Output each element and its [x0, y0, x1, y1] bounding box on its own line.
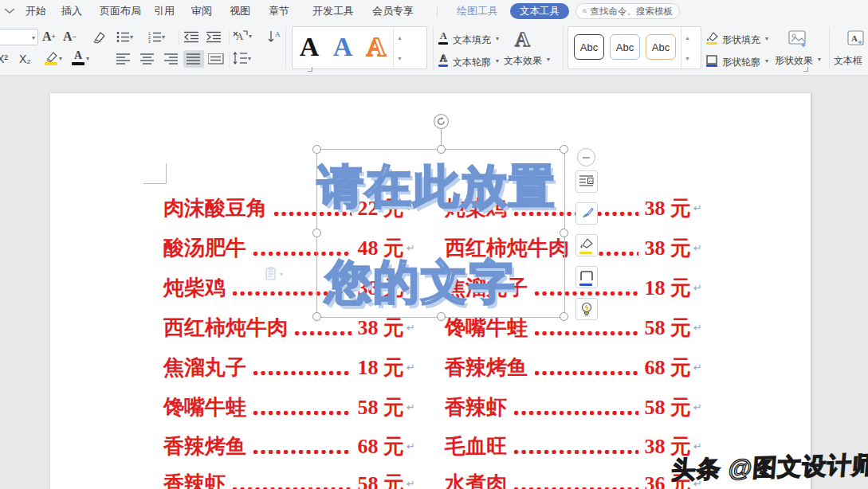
- resize-handle-ne[interactable]: [560, 145, 568, 154]
- paragraph-mark: ↵: [693, 242, 702, 254]
- paste-options-button[interactable]: ▾: [265, 266, 292, 282]
- tab-text-tools[interactable]: 文本工具: [510, 3, 569, 19]
- minus-icon: [583, 157, 590, 158]
- align-right-icon[interactable]: [164, 53, 179, 65]
- dotted-leader: [513, 449, 638, 455]
- shape-fill-quick-button[interactable]: [575, 234, 598, 256]
- chevron-down-icon[interactable]: ▾: [818, 56, 821, 63]
- menu-row: 水煮肉36 元↵: [445, 470, 702, 489]
- bullet-list-icon[interactable]: ▾: [116, 31, 133, 43]
- text-fill-label[interactable]: 文本填充: [453, 33, 491, 47]
- abc-style-blue[interactable]: Abc: [610, 34, 640, 60]
- chevron-down-icon[interactable]: ▾: [765, 57, 768, 65]
- paragraph-mark: ↵: [407, 440, 415, 452]
- collapse-float-toolbar-button[interactable]: [577, 148, 595, 166]
- resize-handle-s[interactable]: [437, 312, 446, 321]
- insert-textbox-label[interactable]: 文本框: [834, 54, 862, 68]
- layout-options-button[interactable]: [575, 170, 598, 193]
- justify-icon[interactable]: [183, 50, 204, 68]
- tab-drawing-tools[interactable]: 绘图工具: [457, 0, 498, 22]
- decrease-indent-icon[interactable]: [184, 31, 199, 43]
- chevron-down-icon[interactable]: ▾: [765, 35, 768, 42]
- svg-text:3: 3: [148, 39, 151, 43]
- resize-handle-nw[interactable]: [312, 145, 321, 154]
- distribute-icon[interactable]: [208, 53, 224, 65]
- font-color-icon[interactable]: A ▾: [72, 51, 89, 65]
- dialog-launcher-icon[interactable]: [803, 67, 808, 72]
- recommend-ideas-button[interactable]: [575, 298, 598, 320]
- selected-textbox[interactable]: 请在此放置 您的文字: [316, 149, 565, 318]
- gallery-scroll[interactable]: ▲▼: [393, 27, 406, 68]
- shape-style-gallery[interactable]: Abc Abc Abc ▲▼: [568, 26, 701, 69]
- sort-icon[interactable]: A: [268, 29, 281, 44]
- align-center-icon[interactable]: [140, 53, 155, 65]
- divider: [179, 30, 179, 45]
- tab-developer[interactable]: 开发工具: [312, 0, 354, 22]
- command-search-input[interactable]: 查找命令、搜索模板: [575, 3, 680, 19]
- divider: [229, 53, 230, 67]
- abc-style-black[interactable]: Abc: [574, 34, 604, 60]
- dialog-launcher-icon[interactable]: [308, 67, 312, 72]
- style-brush-button[interactable]: [575, 202, 598, 225]
- abc-style-orange[interactable]: Abc: [646, 34, 676, 60]
- numbered-list-icon[interactable]: 123 ▾: [148, 31, 165, 43]
- ribbon-tab-bar: 开始 插入 页面布局 引用 审阅 视图 章节 开发工具 会员专享 绘图工具 文本…: [0, 0, 868, 22]
- document-canvas[interactable]: 肉沫酸豆角22 元↵ 酸汤肥牛48 元↵ 炖柴鸡38 元↵ 西红柿炖牛肉38 元…: [0, 76, 868, 489]
- line-spacing-icon[interactable]: ▾: [233, 52, 251, 65]
- style-black-a[interactable]: A: [293, 27, 326, 68]
- tab-page-layout[interactable]: 页面布局: [100, 0, 141, 22]
- tab-view[interactable]: 视图: [230, 0, 250, 22]
- chevron-down-icon[interactable]: ▾: [496, 57, 499, 65]
- highlight-color-icon[interactable]: ▾: [45, 51, 62, 65]
- text-effects-icon[interactable]: A: [515, 28, 530, 52]
- insert-textbox-icon[interactable]: A: [846, 29, 866, 48]
- shape-outline-quick-button[interactable]: [575, 266, 598, 288]
- shape-fill-icon[interactable]: [706, 31, 719, 45]
- superscript-button[interactable]: X²: [0, 53, 8, 65]
- subscript-button[interactable]: X₂: [19, 53, 31, 65]
- text-style-gallery[interactable]: A A A ▲▼: [292, 26, 427, 69]
- chevron-down-icon[interactable]: ▾: [496, 35, 499, 42]
- align-left-icon[interactable]: [116, 53, 131, 65]
- tab-references[interactable]: 引用: [154, 0, 175, 22]
- brush-icon: [580, 207, 594, 221]
- dotted-leader: [513, 487, 638, 489]
- style-orange-a[interactable]: A: [359, 27, 393, 68]
- text-effects-label[interactable]: 文本效果: [504, 54, 542, 68]
- resize-handle-sw[interactable]: [312, 312, 321, 321]
- collapse-ribbon-icon[interactable]: [3, 6, 16, 17]
- chevron-down-icon[interactable]: ▾: [547, 56, 550, 63]
- document-page[interactable]: 肉沫酸豆角22 元↵ 酸汤肥牛48 元↵ 炖柴鸡38 元↵ 西红柿炖牛肉38 元…: [50, 93, 811, 489]
- tab-section[interactable]: 章节: [269, 0, 289, 22]
- gallery-scroll[interactable]: ▲▼: [681, 27, 693, 68]
- tab-membership[interactable]: 会员专享: [372, 0, 414, 22]
- character-scale-icon[interactable]: A ▾: [233, 29, 252, 43]
- resize-handle-e[interactable]: [560, 229, 568, 237]
- tab-home[interactable]: 开始: [26, 0, 46, 22]
- resize-handle-se[interactable]: [560, 312, 568, 321]
- shape-effects-icon[interactable]: [787, 29, 808, 49]
- dish-name: 馋嘴牛蛙: [163, 393, 246, 421]
- shape-fill-label[interactable]: 形状填充: [722, 33, 760, 47]
- textbox-line2: 您的文字: [325, 252, 516, 314]
- decrease-font-button[interactable]: A−: [63, 29, 77, 44]
- tab-review[interactable]: 审阅: [191, 0, 212, 22]
- resize-handle-n[interactable]: [437, 145, 446, 154]
- shape-effects-label[interactable]: 形状效果: [775, 54, 813, 68]
- text-outline-icon[interactable]: A: [438, 54, 450, 67]
- increase-font-button[interactable]: A+: [42, 29, 56, 44]
- font-size-combo[interactable]: ▾: [0, 29, 38, 45]
- rotate-handle[interactable]: [434, 114, 449, 129]
- dotted-leader: [294, 331, 352, 336]
- increase-indent-icon[interactable]: [206, 31, 222, 43]
- clear-format-eraser-icon[interactable]: [90, 30, 106, 44]
- resize-handle-w[interactable]: [312, 229, 321, 237]
- shape-outline-label[interactable]: 形状轮廓: [722, 56, 760, 69]
- dish-price: 58 元: [645, 314, 692, 342]
- tab-insert[interactable]: 插入: [61, 0, 82, 22]
- style-blue-a[interactable]: A: [326, 27, 359, 68]
- text-fill-icon[interactable]: A: [438, 32, 450, 45]
- dish-name: 香辣烤鱼: [163, 432, 246, 460]
- text-outline-label[interactable]: 文本轮廓: [453, 56, 491, 69]
- shape-outline-icon[interactable]: [706, 53, 719, 67]
